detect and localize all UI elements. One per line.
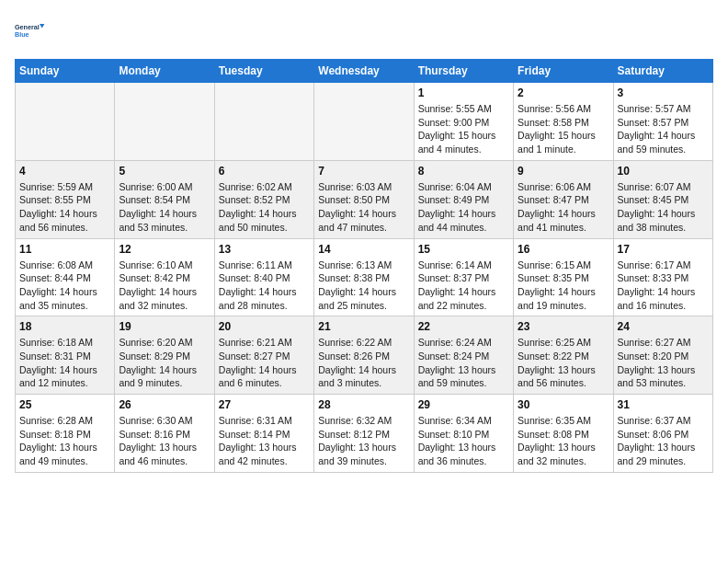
cell-day-number: 7 [318,165,409,178]
calendar-week-row: 18Sunrise: 6:18 AM Sunset: 8:31 PM Dayli… [16,316,713,395]
cell-day-number: 8 [418,165,509,178]
calendar-cell: 23Sunrise: 6:25 AM Sunset: 8:22 PM Dayli… [514,316,613,395]
logo: GeneralBlue [15,15,48,48]
cell-day-number: 2 [518,86,609,99]
cell-sun-info: Sunrise: 6:11 AM Sunset: 8:40 PM Dayligh… [219,259,310,313]
cell-day-number: 21 [318,320,409,333]
cell-day-number: 6 [219,165,310,178]
calendar-cell [314,83,414,161]
cell-sun-info: Sunrise: 5:56 AM Sunset: 8:58 PM Dayligh… [518,102,609,156]
calendar-cell [115,83,214,161]
svg-text:General: General [15,23,40,31]
cell-day-number: 25 [19,398,110,411]
cell-sun-info: Sunrise: 6:18 AM Sunset: 8:31 PM Dayligh… [19,336,110,390]
cell-day-number: 3 [618,86,709,99]
cell-day-number: 16 [518,243,609,256]
calendar-cell: 14Sunrise: 6:13 AM Sunset: 8:38 PM Dayli… [314,238,414,316]
cell-sun-info: Sunrise: 6:15 AM Sunset: 8:35 PM Dayligh… [518,259,609,313]
cell-sun-info: Sunrise: 6:04 AM Sunset: 8:49 PM Dayligh… [418,180,509,235]
cell-day-number: 20 [219,320,310,333]
weekday-header: Wednesday [314,60,414,83]
cell-day-number: 13 [219,243,310,256]
calendar-cell: 20Sunrise: 6:21 AM Sunset: 8:27 PM Dayli… [214,316,313,395]
cell-day-number: 10 [618,165,709,178]
cell-day-number: 31 [618,398,709,411]
calendar-cell: 26Sunrise: 6:30 AM Sunset: 8:16 PM Dayli… [115,395,214,473]
cell-sun-info: Sunrise: 6:34 AM Sunset: 8:10 PM Dayligh… [418,414,509,468]
cell-sun-info: Sunrise: 6:21 AM Sunset: 8:27 PM Dayligh… [219,336,310,390]
calendar-cell: 16Sunrise: 6:15 AM Sunset: 8:35 PM Dayli… [514,238,613,316]
calendar-cell: 3Sunrise: 5:57 AM Sunset: 8:57 PM Daylig… [613,83,712,161]
weekday-header-row: SundayMondayTuesdayWednesdayThursdayFrid… [16,60,713,83]
cell-day-number: 15 [418,243,509,256]
cell-sun-info: Sunrise: 6:02 AM Sunset: 8:52 PM Dayligh… [219,180,310,235]
cell-sun-info: Sunrise: 6:08 AM Sunset: 8:44 PM Dayligh… [19,259,110,313]
cell-day-number: 14 [318,243,409,256]
weekday-header: Sunday [16,60,115,83]
calendar-cell: 4Sunrise: 5:59 AM Sunset: 8:55 PM Daylig… [16,160,115,238]
calendar-cell: 8Sunrise: 6:04 AM Sunset: 8:49 PM Daylig… [414,160,513,238]
calendar-cell: 9Sunrise: 6:06 AM Sunset: 8:47 PM Daylig… [514,160,613,238]
cell-sun-info: Sunrise: 6:03 AM Sunset: 8:50 PM Dayligh… [318,180,409,235]
cell-day-number: 28 [318,398,409,411]
calendar-cell: 21Sunrise: 6:22 AM Sunset: 8:26 PM Dayli… [314,316,414,395]
svg-text:Blue: Blue [15,30,29,39]
calendar-week-row: 1Sunrise: 5:55 AM Sunset: 9:00 PM Daylig… [16,83,713,161]
calendar-cell: 18Sunrise: 6:18 AM Sunset: 8:31 PM Dayli… [16,316,115,395]
cell-sun-info: Sunrise: 6:35 AM Sunset: 8:08 PM Dayligh… [518,414,609,468]
cell-sun-info: Sunrise: 6:10 AM Sunset: 8:42 PM Dayligh… [119,259,210,313]
calendar-cell [16,83,115,161]
weekday-header: Monday [115,60,214,83]
page-header: GeneralBlue [15,15,713,48]
cell-sun-info: Sunrise: 6:14 AM Sunset: 8:37 PM Dayligh… [418,259,509,313]
cell-sun-info: Sunrise: 6:24 AM Sunset: 8:24 PM Dayligh… [418,336,509,390]
calendar-cell: 24Sunrise: 6:27 AM Sunset: 8:20 PM Dayli… [613,316,712,395]
cell-day-number: 19 [119,320,210,333]
cell-sun-info: Sunrise: 6:20 AM Sunset: 8:29 PM Dayligh… [119,336,210,390]
calendar-cell: 17Sunrise: 6:17 AM Sunset: 8:33 PM Dayli… [613,238,712,316]
calendar-cell: 2Sunrise: 5:56 AM Sunset: 8:58 PM Daylig… [514,83,613,161]
cell-day-number: 17 [618,243,709,256]
cell-day-number: 22 [418,320,509,333]
cell-day-number: 4 [19,165,110,178]
cell-sun-info: Sunrise: 6:17 AM Sunset: 8:33 PM Dayligh… [618,259,709,313]
calendar-cell: 19Sunrise: 6:20 AM Sunset: 8:29 PM Dayli… [115,316,214,395]
calendar-week-row: 4Sunrise: 5:59 AM Sunset: 8:55 PM Daylig… [16,160,713,238]
weekday-header: Friday [514,60,613,83]
calendar-cell: 11Sunrise: 6:08 AM Sunset: 8:44 PM Dayli… [16,238,115,316]
cell-sun-info: Sunrise: 6:31 AM Sunset: 8:14 PM Dayligh… [219,414,310,468]
weekday-header: Tuesday [214,60,313,83]
calendar-cell: 12Sunrise: 6:10 AM Sunset: 8:42 PM Dayli… [115,238,214,316]
calendar-cell: 22Sunrise: 6:24 AM Sunset: 8:24 PM Dayli… [414,316,513,395]
calendar-cell: 7Sunrise: 6:03 AM Sunset: 8:50 PM Daylig… [314,160,414,238]
cell-sun-info: Sunrise: 6:07 AM Sunset: 8:45 PM Dayligh… [618,180,709,235]
cell-sun-info: Sunrise: 6:27 AM Sunset: 8:20 PM Dayligh… [618,336,709,390]
calendar-cell: 29Sunrise: 6:34 AM Sunset: 8:10 PM Dayli… [414,395,513,473]
cell-day-number: 11 [19,243,110,256]
cell-sun-info: Sunrise: 6:00 AM Sunset: 8:54 PM Dayligh… [119,180,210,235]
cell-day-number: 1 [418,86,509,99]
cell-sun-info: Sunrise: 5:55 AM Sunset: 9:00 PM Dayligh… [418,102,509,156]
cell-sun-info: Sunrise: 6:37 AM Sunset: 8:06 PM Dayligh… [618,414,709,468]
cell-day-number: 27 [219,398,310,411]
cell-day-number: 24 [618,320,709,333]
cell-sun-info: Sunrise: 6:22 AM Sunset: 8:26 PM Dayligh… [318,336,409,390]
calendar-cell: 5Sunrise: 6:00 AM Sunset: 8:54 PM Daylig… [115,160,214,238]
cell-day-number: 12 [119,243,210,256]
calendar-week-row: 11Sunrise: 6:08 AM Sunset: 8:44 PM Dayli… [16,238,713,316]
calendar-table: SundayMondayTuesdayWednesdayThursdayFrid… [15,59,713,473]
cell-day-number: 26 [119,398,210,411]
calendar-cell: 30Sunrise: 6:35 AM Sunset: 8:08 PM Dayli… [514,395,613,473]
calendar-cell: 31Sunrise: 6:37 AM Sunset: 8:06 PM Dayli… [613,395,712,473]
cell-sun-info: Sunrise: 6:28 AM Sunset: 8:18 PM Dayligh… [19,414,110,468]
logo-icon: GeneralBlue [15,15,48,48]
calendar-cell: 6Sunrise: 6:02 AM Sunset: 8:52 PM Daylig… [214,160,313,238]
cell-day-number: 29 [418,398,509,411]
cell-day-number: 30 [518,398,609,411]
cell-sun-info: Sunrise: 6:06 AM Sunset: 8:47 PM Dayligh… [518,180,609,235]
calendar-cell: 15Sunrise: 6:14 AM Sunset: 8:37 PM Dayli… [414,238,513,316]
calendar-cell: 10Sunrise: 6:07 AM Sunset: 8:45 PM Dayli… [613,160,712,238]
cell-day-number: 18 [19,320,110,333]
cell-sun-info: Sunrise: 5:59 AM Sunset: 8:55 PM Dayligh… [19,180,110,235]
weekday-header: Saturday [613,60,712,83]
